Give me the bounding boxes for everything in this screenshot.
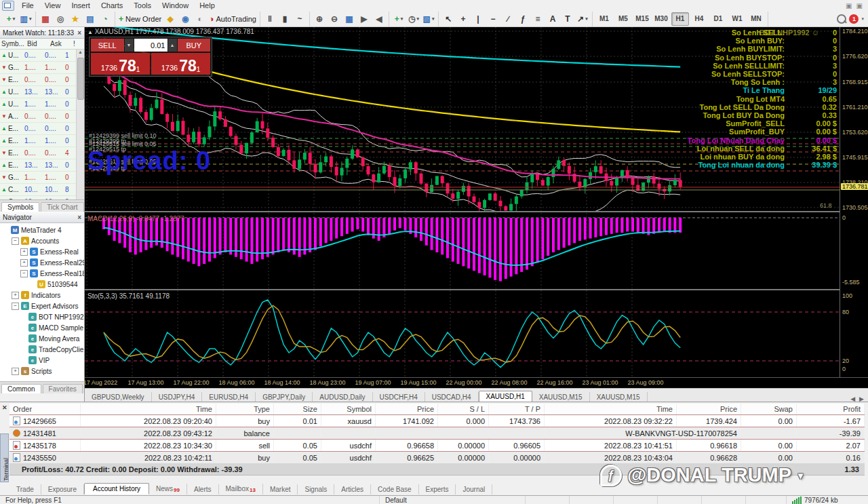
dropdown-icon[interactable]: ▣ [856, 2, 863, 9]
market-watch-close-icon[interactable]: × [77, 29, 81, 37]
text-button[interactable]: A [546, 12, 559, 26]
timeframe-m1[interactable]: M1 [595, 12, 613, 26]
expand-icon[interactable]: + [12, 292, 19, 299]
lot-size-input[interactable] [134, 39, 167, 52]
window-icon[interactable]: ▣ [846, 2, 852, 9]
market-watch-toggle[interactable]: ▦ [39, 12, 52, 26]
data-window-toggle[interactable]: ◎ [54, 12, 67, 26]
navigator-close-icon[interactable]: × [77, 214, 81, 221]
search-icon[interactable] [837, 14, 846, 24]
nav-item-exness-real[interactable]: +SExness-Real [0, 246, 84, 257]
chart-tab-usdjpy-h4[interactable]: USDJPY,H4 [152, 392, 203, 402]
vertical-line-button[interactable]: | [471, 12, 485, 26]
nav-item-51039544[interactable]: U51039544 [0, 279, 84, 290]
expand-icon[interactable]: + [12, 368, 19, 375]
market-watch-row[interactable]: ▲E...1....1....0 [0, 135, 84, 147]
mw-tab-tick-chart[interactable]: Tick Chart [41, 202, 83, 212]
zoom-out-button[interactable]: ⊖ [328, 12, 341, 26]
market-watch-scrollbar[interactable]: ▲ [76, 50, 84, 199]
menu-window[interactable]: Window [157, 1, 194, 10]
column-header-sl[interactable]: S / L [438, 404, 489, 414]
chart-tab-gbpusd-weekly[interactable]: GBPUSD,Weekly [85, 392, 152, 402]
new-order-button[interactable]: +New Order [118, 12, 162, 26]
notification-badge[interactable]: 1 [849, 14, 859, 24]
table-row[interactable]: 124355502022.08.23 10:42:11buy0.05usdchf… [9, 452, 865, 464]
market-watch-row[interactable]: ▲U...0....0....1 [0, 50, 84, 62]
fibonacci-button[interactable]: ƒ [516, 12, 530, 26]
dropdown-icon[interactable]: ▾ [13, 16, 16, 22]
dropdown-icon[interactable]: ▾ [585, 16, 588, 22]
market-watch-row[interactable]: ▼A...0....0....0 [0, 111, 84, 123]
terminal-tab-journal[interactable]: Journal [456, 484, 492, 495]
table-row[interactable]: 124296652022.08.23 09:20:40buy0.01xauusd… [9, 415, 865, 427]
experts-button[interactable]: ◉ [178, 12, 192, 26]
market-watch-row[interactable]: ▼G...1....1....0 [0, 62, 84, 74]
menu-help[interactable]: Help [194, 1, 220, 10]
column-header-price2[interactable]: Price [677, 404, 741, 414]
chart-tab-xauusd-m15[interactable]: XAUUSD,M15 [532, 392, 590, 402]
market-watch-row[interactable]: ▲U...1....1....0 [0, 98, 84, 111]
chart-tab-usdchf-h4[interactable]: USDCHF,H4 [373, 392, 425, 402]
arrows-button[interactable]: ↗▾ [576, 12, 589, 26]
new-chart-button[interactable]: +▾ [4, 12, 18, 26]
toolbar-overflow-icon[interactable]: ▾ [861, 16, 864, 22]
nav-tab-common[interactable]: Common [1, 384, 41, 393]
menu-insert[interactable]: Insert [66, 1, 96, 10]
timeframe-d1[interactable]: D1 [709, 12, 727, 26]
cursor-button[interactable]: ↖ [441, 12, 455, 26]
channels-button[interactable]: ≡ [531, 12, 545, 26]
nav-item-vip[interactable]: eVIP [0, 355, 84, 366]
lot-increase-button[interactable]: ▲ [168, 39, 177, 52]
auto-scroll-button[interactable]: ▶ [357, 12, 371, 26]
terminal-tab-signals[interactable]: Signals [298, 484, 334, 495]
terminal-tab-exposure[interactable]: Exposure [41, 484, 84, 495]
column-header-order[interactable]: Order [9, 404, 81, 414]
mw-col-0[interactable]: Symb... [0, 40, 26, 47]
mw-col-1[interactable]: Bid [26, 40, 49, 47]
status-profile[interactable]: Default [380, 496, 526, 504]
nav-item-macd-sample[interactable]: eMACD Sample [0, 322, 84, 333]
autotrading-button[interactable]: ◑AutoTrading [208, 12, 257, 26]
market-watch-row[interactable]: ▲E...13...13...0 [0, 159, 84, 172]
terminal-toggle[interactable]: ▤ [83, 12, 97, 26]
menu-tools[interactable]: Tools [128, 1, 157, 10]
market-watch-row[interactable]: ▼G...1....1....0 [0, 172, 84, 184]
mw-col-2[interactable]: Ask [49, 40, 72, 47]
tile-windows-button[interactable]: ▦ [342, 12, 356, 26]
signals-button[interactable]: ◐ [193, 12, 207, 26]
strategy-tester-toggle[interactable]: ◔ [98, 12, 112, 26]
bar-chart-button[interactable]: ‖ [263, 12, 277, 26]
nav-item-accounts[interactable]: −AAccounts [0, 235, 84, 246]
column-header-size[interactable]: Size [274, 404, 321, 414]
chart-tab-audusd-daily[interactable]: AUDUSD,Daily [313, 392, 372, 402]
column-header-swap[interactable]: Swap [741, 404, 797, 414]
timeframe-h4[interactable]: H4 [690, 12, 708, 26]
sell-price-display[interactable]: 1736781 [91, 53, 150, 75]
chart-tab-eurusd-h4[interactable]: EURUSD,H4 [202, 392, 256, 402]
nav-item-scripts[interactable]: +sScripts [0, 366, 84, 376]
chart-area[interactable]: ▲ XAUUSD,H1 1737.478 1738.009 1736.437 1… [85, 27, 868, 388]
market-watch-row[interactable]: ▲G...16...16...0 [0, 196, 84, 199]
nav-item-indicators[interactable]: +fIndicators [0, 290, 84, 301]
chart-tab-usdcad-h4[interactable]: USDCAD,H4 [425, 392, 479, 402]
line-chart-button[interactable]: ~ [293, 12, 307, 26]
column-header-type[interactable]: Type [216, 404, 274, 414]
timeframe-w1[interactable]: W1 [728, 12, 746, 26]
nav-item-metatrader-4[interactable]: MMetaTrader 4 [0, 225, 84, 235]
chart-shift-button[interactable]: ◀ [372, 12, 386, 26]
nav-item-exness-real18[interactable]: −SExness-Real18 [0, 268, 84, 279]
horizontal-line-button[interactable]: − [486, 12, 500, 26]
buy-price-display[interactable]: 1736781 [151, 53, 210, 75]
dropdown-icon[interactable]: ▾ [432, 16, 435, 22]
column-header-symbol[interactable]: Symbol [321, 404, 376, 414]
column-header-tp[interactable]: T / P [489, 404, 545, 414]
market-watch-row[interactable]: ▲C...10...10...8 [0, 184, 84, 196]
column-header-time2[interactable]: Time [545, 404, 677, 414]
timeframe-m30[interactable]: M30 [652, 12, 670, 26]
column-header-price[interactable]: Price [376, 404, 438, 414]
timeframe-mn[interactable]: MN [747, 12, 765, 26]
market-watch-row[interactable]: ▲E...0....0....0 [0, 123, 84, 135]
terminal-tab-articles[interactable]: Articles [334, 484, 371, 495]
nav-tab-favorites[interactable]: Favorites [43, 384, 83, 393]
profiles-button[interactable]: ▥▾ [19, 12, 33, 26]
